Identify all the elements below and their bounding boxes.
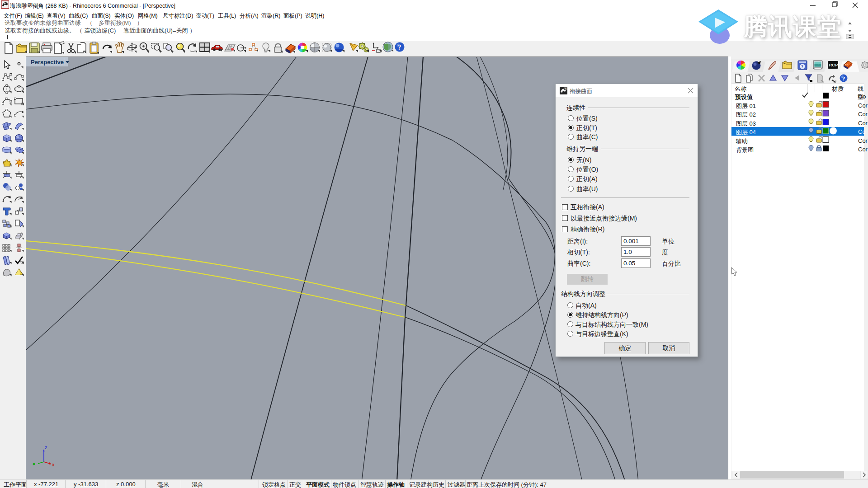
svg-text:z: z	[45, 445, 47, 450]
svg-text:x: x	[52, 462, 55, 467]
svg-text:?: ?	[398, 43, 401, 51]
